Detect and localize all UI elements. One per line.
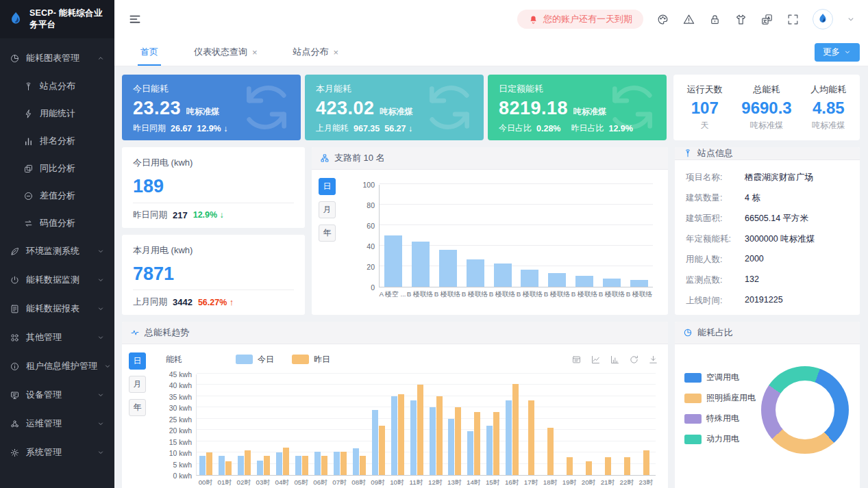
branch-bar	[494, 264, 512, 287]
legend-item-1[interactable]: 昨日	[292, 354, 330, 365]
sidebar-item-label: 租户信息维护管理	[26, 360, 97, 372]
avatar[interactable]	[813, 9, 833, 29]
branch-toggle-2[interactable]: 年	[319, 224, 336, 242]
sidebar-item-3[interactable]: 其他管理	[0, 323, 114, 352]
sidebar-subitem-0[interactable]: 站点分布	[0, 73, 114, 100]
sidebar-item-label: 设备管理	[26, 389, 90, 401]
more-tabs-button[interactable]: 更多	[815, 43, 860, 62]
data-view-icon[interactable]	[571, 355, 582, 365]
sidebar-group-energy-charts[interactable]: 能耗图表管理	[0, 44, 114, 73]
pie-chart-icon	[683, 328, 693, 337]
refresh-icon[interactable]	[629, 355, 639, 365]
fullscreen-icon[interactable]	[786, 13, 799, 26]
site-info-row: 建筑面积:66505.14 平方米	[686, 208, 849, 229]
trend-chart-plot: 0 kwh5 kwh10 kwh15 kwh20 kwh25 kwh30 kwh…	[196, 374, 656, 476]
topbar: 您的账户还有一天到期	[114, 0, 868, 38]
site-info-label: 项目名称:	[686, 172, 745, 183]
branch-toggle-0[interactable]: 日	[319, 178, 336, 195]
summary-label: 总能耗	[741, 84, 791, 96]
sidebar-item-2[interactable]: 能耗数据报表	[0, 294, 114, 323]
lock-icon[interactable]	[708, 13, 721, 26]
stat-card-today-energy: 今日能耗 23.23 吨标准煤 昨日同期 26.67 12.9% ↓	[122, 75, 301, 140]
trend-bar	[528, 400, 534, 475]
card-foot-label: 今日占比	[499, 123, 532, 134]
site-info-value: 66505.14 平方米	[745, 213, 808, 224]
sidebar-subitem-2[interactable]: 排名分析	[0, 127, 114, 155]
sidebar-item-0[interactable]: 环境监测系统	[0, 237, 114, 266]
theme-palette-icon[interactable]	[656, 13, 669, 26]
tab-label: 站点分布	[293, 46, 329, 58]
x-axis-label: B 楼联络	[488, 290, 516, 299]
bar-chart-icon[interactable]	[610, 355, 620, 365]
trend-toggle-1[interactable]: 月	[129, 376, 146, 393]
trend-bar	[372, 410, 378, 475]
sidebar-item-1[interactable]: 能耗数据监测	[0, 266, 114, 294]
tab-label: 仪表状态查询	[194, 46, 247, 58]
power-gauge-icon	[10, 275, 20, 285]
branch-toggle-1[interactable]: 月	[319, 201, 336, 218]
trend-bar	[379, 426, 385, 475]
sidebar-subitem-4[interactable]: 差值分析	[0, 182, 114, 209]
tab-0[interactable]: 首页	[125, 38, 173, 66]
x-axis-label: 02时	[234, 478, 253, 487]
tab-close-icon[interactable]: ×	[252, 47, 258, 57]
tab-bar: 首页仪表状态查询×站点分布× 更多	[114, 38, 868, 66]
tab-close-icon[interactable]: ×	[334, 47, 339, 57]
minus-circle-icon	[23, 191, 34, 201]
trend-bar	[360, 456, 366, 475]
tab-2[interactable]: 站点分布×	[278, 38, 354, 66]
branch-bar	[467, 259, 484, 287]
sidebar-item-label: 码值分析	[40, 217, 105, 229]
site-info-value: 栖霞湖滨财富广场	[745, 172, 813, 183]
share-legend-item-3[interactable]: 动力用电	[684, 433, 756, 445]
trend-bar	[314, 452, 321, 475]
month-power-value: 7871	[133, 264, 294, 285]
month-power-panel: 本月用电 (kwh) 7871 上月同期 3442 56.27% ↑	[122, 235, 305, 316]
x-axis-label: 16时	[502, 478, 521, 487]
translate-icon[interactable]	[760, 13, 773, 26]
x-axis-label: 14时	[464, 478, 483, 487]
trend-toggle-2[interactable]: 年	[129, 399, 146, 416]
share-legend-item-1[interactable]: 照明插座用电	[684, 392, 756, 404]
sidebar-item-7[interactable]: 系统管理	[0, 438, 114, 467]
x-axis-label: B 楼联络	[571, 290, 598, 299]
summary-running-days: 运行天数 107 天	[687, 84, 723, 131]
site-info-value: 2000	[745, 254, 764, 266]
share-legend-item-2[interactable]: 特殊用电	[684, 413, 756, 424]
trend-toggle-0[interactable]: 日	[129, 352, 146, 370]
chevron-down-icon	[97, 333, 105, 342]
dashboard-content: 今日能耗 23.23 吨标准煤 昨日同期 26.67 12.9% ↓ 本月能耗 …	[114, 66, 868, 488]
sidebar-item-5[interactable]: 设备管理	[0, 381, 114, 409]
sidebar-subitem-3[interactable]: 同比分析	[0, 155, 114, 182]
tab-1[interactable]: 仪表状态查询×	[179, 38, 273, 66]
x-axis-label: 09时	[369, 478, 388, 487]
download-icon[interactable]	[648, 355, 658, 365]
report-doc-icon	[10, 304, 20, 314]
theme-skin-icon[interactable]	[734, 13, 747, 26]
sidebar-subitem-1[interactable]: 用能统计	[0, 100, 114, 127]
sidebar-subitem-5[interactable]: 码值分析	[0, 209, 114, 237]
sidebar: SECP- 能耗综合业务平台 能耗图表管理站点分布用能统计排名分析同比分析差值分…	[0, 0, 114, 488]
trend-bar	[257, 461, 263, 475]
site-info-panel: 站点信息 项目名称:栖霞湖滨财富广场建筑数量:4 栋建筑面积:66505.14 …	[675, 147, 860, 315]
sidebar-item-label: 能耗数据报表	[26, 303, 90, 315]
share-legend-item-0[interactable]: 空调用电	[684, 372, 756, 383]
line-chart-icon[interactable]	[591, 355, 601, 365]
app-logo: SECP- 能耗综合业务平台	[0, 0, 114, 38]
warning-triangle-icon[interactable]	[682, 13, 695, 26]
branch-bar	[575, 276, 593, 287]
trend-bar	[430, 407, 436, 475]
panel-title: 今日用电 (kwh)	[133, 157, 294, 169]
trend-bar	[206, 452, 212, 475]
site-info-row: 项目名称:栖霞湖滨财富广场	[686, 167, 849, 188]
chevron-down-icon[interactable]	[846, 14, 856, 24]
sidebar-item-4[interactable]: 租户信息维护管理	[0, 352, 114, 381]
swap-arrows-icon	[23, 218, 34, 229]
branch-bar	[384, 235, 402, 287]
legend-item-0[interactable]: 今日	[236, 354, 274, 365]
sidebar-item-6[interactable]: 运维管理	[0, 409, 114, 438]
site-info-label: 年定额能耗:	[686, 233, 745, 245]
collapse-menu-icon[interactable]	[128, 12, 142, 26]
site-info-row: 上线时间:20191225	[686, 290, 849, 311]
account-expiry-notice[interactable]: 您的账户还有一天到期	[517, 10, 643, 29]
